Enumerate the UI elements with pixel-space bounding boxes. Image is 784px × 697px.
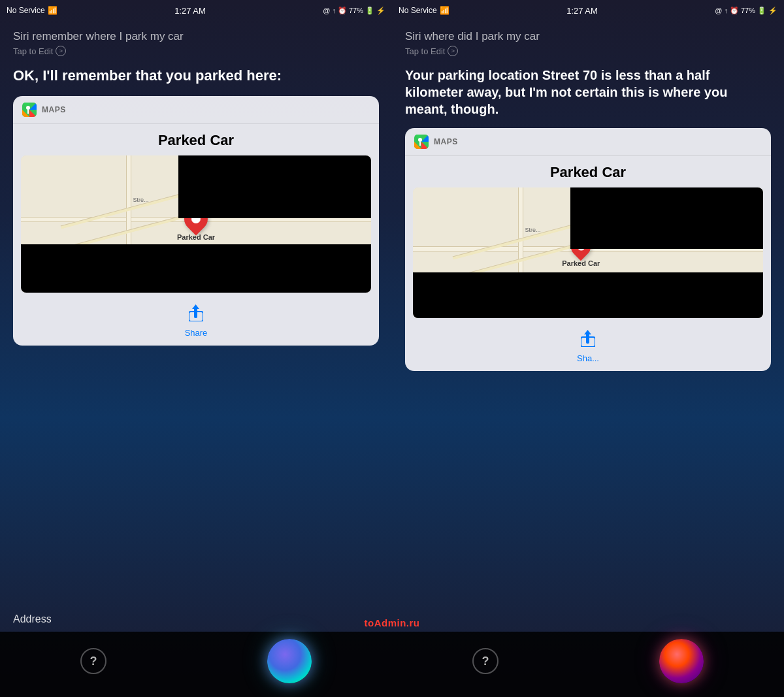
- siri-response-left: OK, I'll remember that you parked here:: [13, 67, 379, 86]
- location-icon-right: @: [715, 7, 722, 14]
- watermark: toAdmin.ru: [365, 617, 420, 628]
- charge-icon-right: ⚡: [768, 7, 777, 15]
- bottom-bar-left: ?: [0, 632, 392, 697]
- svg-marker-18: [584, 330, 591, 334]
- share-label-left: Share: [185, 328, 208, 338]
- map-area-right[interactable]: Parked Car Stre...: [413, 187, 763, 318]
- map-area-left[interactable]: Parked Car Stre...: [21, 155, 371, 293]
- siri-content-right: Siri where did I park my car Tap to Edit…: [392, 20, 784, 632]
- maps-header-left: MAPS: [13, 96, 379, 124]
- street-label-right: Stre...: [525, 227, 541, 233]
- time-right: 1:27 AM: [566, 6, 598, 16]
- status-left: No Service 📶: [7, 6, 57, 15]
- share-label-right: Sha...: [577, 353, 599, 363]
- right-phone-panel: No Service 📶 1:27 AM @ ↑ ⏰ 77% 🔋 ⚡ Siri …: [392, 0, 784, 697]
- maps-app-icon-right: [414, 135, 429, 149]
- user-query-left: Siri remember where I park my car: [13, 30, 379, 43]
- alarm-icon-right: ⏰: [730, 7, 739, 15]
- tap-to-edit-chevron-right[interactable]: >: [448, 46, 458, 56]
- tap-to-edit-right[interactable]: Tap to Edit >: [405, 46, 771, 56]
- help-button-left[interactable]: ?: [80, 648, 106, 674]
- status-bar-left: No Service 📶 1:27 AM @ ↑ ⏰ 77% 🔋 ⚡: [0, 0, 392, 20]
- maps-card-title-right: Parked Car: [405, 156, 771, 187]
- help-button-right[interactable]: ?: [472, 648, 498, 674]
- redaction-box-1-left: [178, 155, 371, 219]
- status-right-left: @ ↑ ⏰ 77% 🔋 ⚡: [323, 7, 385, 15]
- maps-card-right[interactable]: MAPS Parked Car Parke: [405, 128, 771, 371]
- address-strip-left: Address: [0, 607, 392, 632]
- redaction-box-1-right: [570, 187, 763, 249]
- location-icon: @: [323, 7, 330, 14]
- battery-icon-left: 🔋: [365, 7, 374, 15]
- redaction-box-2-left: [21, 244, 371, 293]
- maps-card-left[interactable]: MAPS Parked Car Parke: [13, 96, 379, 346]
- battery-percent-left: 77%: [349, 7, 363, 14]
- street-label-left: Stre...: [133, 197, 149, 203]
- siri-response-right: Your parking location Street 70 is less …: [405, 67, 771, 118]
- left-phone-panel: No Service 📶 1:27 AM @ ↑ ⏰ 77% 🔋 ⚡ Siri …: [0, 0, 392, 697]
- maps-label-left: MAPS: [42, 105, 66, 114]
- redaction-box-2-right: [413, 272, 763, 318]
- battery-icon-right: 🔋: [757, 7, 766, 15]
- no-service-label-right: No Service: [399, 6, 437, 15]
- share-area-left[interactable]: Share: [13, 299, 379, 346]
- user-query-right: Siri where did I park my car: [405, 30, 771, 43]
- siri-orb-right[interactable]: [659, 639, 704, 683]
- svg-point-15: [418, 138, 422, 142]
- tap-to-edit-left[interactable]: Tap to Edit >: [13, 46, 379, 56]
- wifi-icon: 📶: [48, 6, 57, 15]
- svg-rect-7: [194, 308, 197, 318]
- nav-icon-right: ↑: [724, 7, 728, 14]
- svg-marker-8: [192, 304, 199, 309]
- map-background-left: Parked Car Stre...: [21, 155, 371, 293]
- wifi-icon-right: 📶: [440, 6, 449, 15]
- battery-percent-right: 77%: [741, 7, 755, 14]
- siri-orb-left[interactable]: [267, 639, 312, 683]
- alarm-icon: ⏰: [338, 7, 347, 15]
- maps-label-right: MAPS: [434, 137, 458, 146]
- svg-point-5: [26, 106, 30, 110]
- no-service-label: No Service: [7, 6, 45, 15]
- status-right-right: @ ↑ ⏰ 77% 🔋 ⚡: [715, 7, 777, 15]
- nav-icon: ↑: [332, 7, 336, 14]
- status-bar-right: No Service 📶 1:27 AM @ ↑ ⏰ 77% 🔋 ⚡: [392, 0, 784, 20]
- maps-app-icon-left: [22, 103, 37, 117]
- share-icon-left[interactable]: [189, 304, 203, 325]
- maps-card-title-left: Parked Car: [13, 124, 379, 155]
- charge-icon-left: ⚡: [376, 7, 385, 15]
- share-area-right[interactable]: Sha...: [405, 325, 771, 371]
- maps-header-right: MAPS: [405, 128, 771, 156]
- map-background-right: Parked Car Stre...: [413, 187, 763, 318]
- siri-content-left: Siri remember where I park my car Tap to…: [0, 20, 392, 607]
- status-left-right: No Service 📶: [399, 6, 449, 15]
- svg-rect-17: [586, 333, 589, 344]
- share-icon-right[interactable]: [581, 330, 595, 351]
- tap-to-edit-chevron-left[interactable]: >: [56, 46, 66, 56]
- time-left: 1:27 AM: [174, 6, 206, 16]
- bottom-bar-right: ?: [392, 632, 784, 697]
